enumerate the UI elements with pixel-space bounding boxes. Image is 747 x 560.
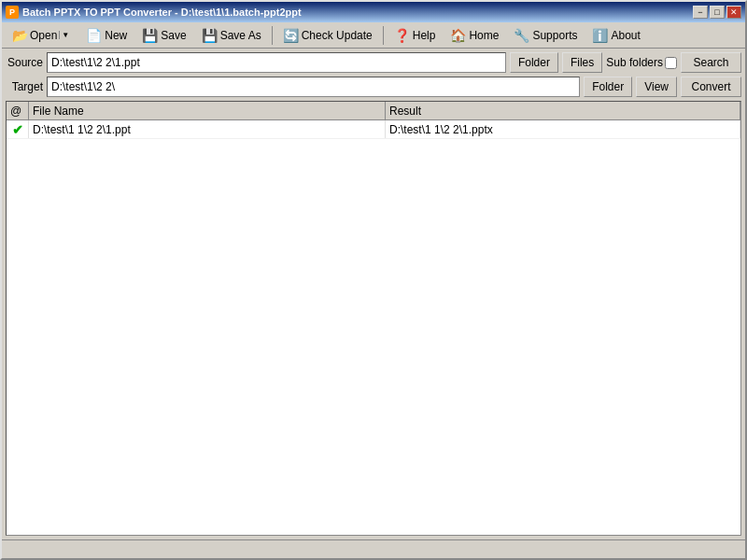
about-button[interactable]: ℹ️ About — [585, 25, 646, 46]
save-as-label: Save As — [220, 29, 261, 42]
open-dropdown-arrow[interactable]: ▼ — [59, 31, 71, 39]
header-filename: File Name — [29, 102, 386, 119]
about-icon: ℹ️ — [592, 28, 608, 43]
table-row[interactable]: ✔ D:\test\1 1\2 2\1.ppt D:\test\1 1\2 2\… — [7, 120, 740, 139]
new-button[interactable]: 📄 New — [79, 25, 134, 46]
supports-icon: 🔧 — [514, 28, 529, 43]
minimize-button[interactable]: − — [693, 6, 708, 19]
save-as-button[interactable]: 💾 Save As — [195, 25, 268, 46]
about-label: About — [611, 29, 640, 42]
app-icon: P — [6, 6, 19, 19]
target-row: Target Folder View Convert — [6, 77, 741, 97]
row-status: ✔ — [7, 120, 29, 138]
save-as-icon: 💾 — [202, 28, 218, 43]
window-title: Batch PPTX TO PPT Converter - D:\test\1\… — [22, 7, 302, 18]
subfolder-area: Sub folders — [606, 56, 677, 69]
check-update-label: Check Update — [302, 29, 373, 42]
save-button[interactable]: 💾 Save — [135, 25, 192, 46]
source-files-button[interactable]: Files — [562, 52, 602, 73]
header-at: @ — [7, 102, 29, 119]
menu-bar: 📂 Open ▼ 📄 New 💾 Save 💾 Save As 🔄 Check … — [2, 22, 745, 49]
target-input[interactable] — [47, 77, 580, 97]
main-window: P Batch PPTX TO PPT Converter - D:\test\… — [0, 0, 747, 560]
home-label: Home — [469, 29, 499, 42]
home-button[interactable]: 🏠 Home — [444, 25, 505, 46]
close-button[interactable]: ✕ — [726, 6, 741, 19]
separator-1 — [272, 26, 273, 45]
open-button[interactable]: 📂 Open ▼ — [6, 25, 78, 46]
help-label: Help — [413, 29, 436, 42]
table-body: ✔ D:\test\1 1\2 2\1.ppt D:\test\1 1\2 2\… — [7, 120, 740, 535]
open-label: Open — [30, 29, 57, 42]
help-icon: ❓ — [394, 28, 410, 43]
check-update-button[interactable]: 🔄 Check Update — [276, 25, 379, 46]
row-filename: D:\test\1 1\2 2\1.ppt — [29, 120, 386, 138]
table-header: @ File Name Result — [7, 102, 740, 120]
content-area: Source Folder Files Sub folders Search T… — [2, 49, 745, 539]
title-bar-buttons: − □ ✕ — [693, 6, 741, 19]
file-table: @ File Name Result ✔ D:\test\1 1\2 2\1.p… — [6, 101, 741, 536]
target-view-button[interactable]: View — [636, 77, 677, 97]
target-label: Target — [6, 80, 43, 93]
subfolder-checkbox[interactable] — [665, 57, 677, 69]
source-folder-button[interactable]: Folder — [510, 52, 558, 73]
target-folder-button[interactable]: Folder — [584, 77, 632, 97]
home-icon: 🏠 — [450, 28, 466, 43]
open-icon: 📂 — [12, 28, 28, 43]
row-result: D:\test\1 1\2 2\1.pptx — [386, 120, 740, 138]
save-label: Save — [161, 29, 186, 42]
save-icon: 💾 — [142, 28, 158, 43]
source-input[interactable] — [47, 52, 506, 73]
help-button[interactable]: ❓ Help — [388, 25, 443, 46]
convert-button[interactable]: Convert — [681, 77, 741, 97]
check-update-icon: 🔄 — [283, 28, 299, 43]
subfolder-label: Sub folders — [606, 56, 663, 69]
separator-2 — [383, 26, 384, 45]
new-label: New — [105, 29, 127, 42]
status-bar — [2, 539, 745, 558]
search-button[interactable]: Search — [681, 52, 741, 73]
source-label: Source — [6, 56, 43, 69]
title-bar-left: P Batch PPTX TO PPT Converter - D:\test\… — [6, 6, 302, 19]
new-icon: 📄 — [86, 28, 102, 43]
check-icon: ✔ — [12, 122, 23, 137]
supports-button[interactable]: 🔧 Supports — [507, 25, 584, 46]
supports-label: Supports — [532, 29, 577, 42]
title-bar: P Batch PPTX TO PPT Converter - D:\test\… — [2, 2, 745, 22]
toolbar-area: 📂 Open ▼ 📄 New 💾 Save 💾 Save As 🔄 Check … — [6, 25, 647, 46]
header-result: Result — [386, 102, 740, 119]
maximize-button[interactable]: □ — [710, 6, 725, 19]
source-row: Source Folder Files Sub folders Search — [6, 52, 741, 73]
